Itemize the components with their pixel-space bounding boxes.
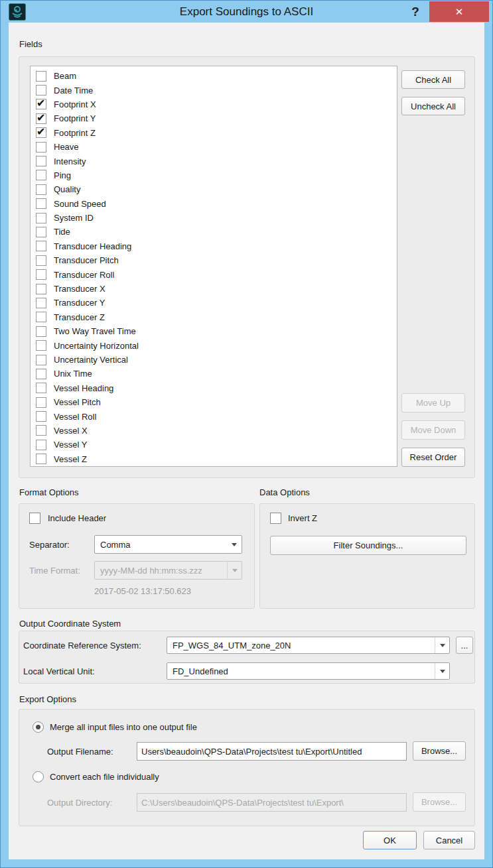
field-checkbox[interactable] bbox=[36, 198, 46, 209]
field-checkbox[interactable] bbox=[36, 156, 46, 166]
field-checkbox[interactable] bbox=[36, 241, 46, 251]
field-label: Intensity bbox=[54, 156, 86, 166]
uncheck-all-button[interactable]: Uncheck All bbox=[401, 97, 465, 115]
separator-combobox[interactable]: Comma bbox=[94, 535, 242, 554]
field-row[interactable]: Intensity bbox=[31, 154, 397, 168]
field-row[interactable]: Footprint X bbox=[31, 97, 397, 111]
titlebar[interactable]: Export Soundings to ASCII ? ✕ bbox=[1, 1, 492, 23]
field-label: Footprint X bbox=[54, 99, 96, 109]
field-row[interactable]: Ping bbox=[31, 168, 397, 182]
field-checkbox[interactable] bbox=[36, 411, 46, 422]
field-checkbox-checked[interactable] bbox=[36, 113, 46, 124]
field-checkbox[interactable] bbox=[36, 369, 46, 379]
browse-directory-button[interactable]: Browse... bbox=[413, 792, 466, 812]
field-checkbox[interactable] bbox=[36, 454, 46, 464]
field-row[interactable]: Vessel Y bbox=[31, 438, 397, 452]
check-all-button[interactable]: Check All bbox=[401, 70, 465, 89]
field-row[interactable]: Heave bbox=[31, 140, 397, 154]
convert-radio[interactable] bbox=[33, 771, 44, 782]
field-checkbox[interactable] bbox=[36, 298, 46, 308]
field-checkbox[interactable] bbox=[36, 184, 46, 195]
dropdown-arrow-icon bbox=[227, 536, 242, 553]
field-checkbox[interactable] bbox=[36, 340, 46, 351]
field-row[interactable]: Transducer Y bbox=[31, 296, 397, 310]
crs-combobox[interactable]: FP_WGS_84_UTM_zone_20N bbox=[167, 637, 450, 654]
field-checkbox[interactable] bbox=[36, 383, 46, 393]
field-label: Transducer Y bbox=[54, 298, 105, 308]
move-up-button[interactable]: Move Up bbox=[401, 393, 465, 412]
field-row[interactable]: Transducer Pitch bbox=[31, 253, 397, 267]
field-label: Transducer Roll bbox=[54, 270, 114, 280]
field-row[interactable]: Transducer Roll bbox=[31, 267, 397, 281]
field-row[interactable]: Tide bbox=[31, 225, 397, 239]
field-checkbox[interactable] bbox=[36, 170, 46, 180]
field-checkbox[interactable] bbox=[36, 355, 46, 365]
field-checkbox[interactable] bbox=[36, 85, 46, 95]
local-vertical-unit-combobox[interactable]: FD_Undefined bbox=[167, 662, 450, 680]
field-row[interactable]: Uncertainty Vertical bbox=[31, 353, 397, 367]
merge-radio[interactable] bbox=[33, 721, 44, 733]
field-checkbox[interactable] bbox=[36, 284, 46, 294]
local-vertical-unit-value: FD_Undefined bbox=[173, 666, 228, 676]
field-checkbox[interactable] bbox=[36, 425, 46, 436]
filter-soundings-button[interactable]: Filter Soundings... bbox=[270, 536, 466, 555]
move-down-button[interactable]: Move Down bbox=[401, 420, 465, 440]
field-row[interactable]: Uncertainty Horizontal bbox=[31, 338, 397, 352]
field-checkbox[interactable] bbox=[36, 227, 46, 237]
field-row[interactable]: Date Time bbox=[31, 83, 397, 97]
field-checkbox[interactable] bbox=[36, 213, 46, 223]
field-row[interactable]: Beam bbox=[31, 69, 397, 83]
field-checkbox[interactable] bbox=[36, 397, 46, 408]
local-vertical-unit-label: Local Vertical Unit: bbox=[23, 662, 95, 680]
field-row[interactable]: Unix Time bbox=[31, 367, 397, 381]
ok-button[interactable]: OK bbox=[363, 831, 417, 849]
output-filename-label: Output Filename: bbox=[47, 742, 113, 761]
cancel-button[interactable]: Cancel bbox=[423, 831, 475, 849]
field-checkbox[interactable] bbox=[36, 312, 46, 322]
field-label: Vessel Roll bbox=[54, 412, 96, 422]
data-options-section-label: Data Options bbox=[259, 487, 310, 497]
field-checkbox-checked[interactable] bbox=[36, 127, 46, 138]
field-row[interactable]: Vessel Roll bbox=[31, 409, 397, 423]
reset-order-button[interactable]: Reset Order bbox=[401, 448, 465, 467]
field-checkbox[interactable] bbox=[36, 269, 46, 280]
close-button[interactable]: ✕ bbox=[429, 1, 489, 22]
fields-list[interactable]: BeamDate TimeFootprint XFootprint YFootp… bbox=[30, 66, 397, 467]
field-row[interactable]: Transducer Z bbox=[31, 310, 397, 324]
field-row[interactable]: Transducer X bbox=[31, 282, 397, 296]
field-row[interactable]: Vessel Heading bbox=[31, 381, 397, 395]
field-checkbox[interactable] bbox=[36, 71, 46, 82]
invert-z-checkbox[interactable] bbox=[270, 513, 281, 524]
field-row[interactable]: Vessel X bbox=[31, 424, 397, 438]
field-row[interactable]: Vessel Pitch bbox=[31, 395, 397, 409]
field-row[interactable]: Quality bbox=[31, 182, 397, 196]
dropdown-arrow-icon bbox=[435, 663, 449, 679]
field-checkbox-checked[interactable] bbox=[36, 99, 46, 109]
help-button[interactable]: ? bbox=[407, 2, 424, 21]
include-header-label: Include Header bbox=[48, 513, 106, 524]
field-checkbox[interactable] bbox=[36, 142, 46, 153]
browse-filename-button[interactable]: Browse... bbox=[413, 741, 466, 761]
crs-more-button[interactable]: ... bbox=[456, 637, 473, 654]
field-checkbox[interactable] bbox=[36, 255, 46, 266]
field-row[interactable]: Two Way Travel Time bbox=[31, 324, 397, 338]
field-label: Two Way Travel Time bbox=[54, 326, 136, 336]
field-checkbox[interactable] bbox=[36, 326, 46, 337]
field-row[interactable]: System ID bbox=[31, 211, 397, 225]
field-label: Date Time bbox=[54, 86, 93, 95]
field-label: Tide bbox=[54, 227, 70, 237]
field-row[interactable]: Vessel Z bbox=[31, 452, 397, 466]
field-label: Vessel Heading bbox=[54, 383, 113, 393]
include-header-checkbox[interactable] bbox=[29, 513, 40, 524]
field-label: Heave bbox=[54, 142, 79, 152]
field-checkbox[interactable] bbox=[36, 440, 46, 450]
field-row[interactable]: Transducer Heading bbox=[31, 239, 397, 253]
field-label: Beam bbox=[54, 71, 76, 81]
output-directory-input: C:\Users\beaudoin\QPS-Data\Projects\test… bbox=[137, 793, 407, 812]
fields-section-label: Fields bbox=[19, 39, 42, 49]
field-row[interactable]: Footprint Y bbox=[31, 111, 397, 125]
field-row[interactable]: Footprint Z bbox=[31, 126, 397, 140]
field-row[interactable]: Sound Speed bbox=[31, 197, 397, 211]
export-options-section-label: Export Options bbox=[19, 694, 76, 704]
output-filename-input[interactable]: Users\beaudoin\QPS-Data\Projects\test tu… bbox=[137, 742, 407, 761]
